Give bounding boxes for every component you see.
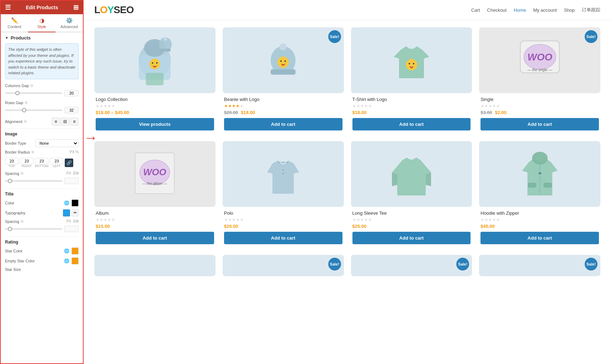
title-color-controls: 🌐 xyxy=(64,199,79,207)
tab-content[interactable]: ✏️ Content xyxy=(1,14,28,32)
br-bottom-input[interactable] xyxy=(35,158,48,164)
title-typography-label: Typography xyxy=(5,211,25,215)
image-spacing-value[interactable] xyxy=(64,178,79,184)
product-image-partial-4: Sale! xyxy=(479,255,600,276)
px-unit-label[interactable]: PX xyxy=(67,171,71,175)
br-left-group: LEFT xyxy=(50,158,63,168)
title-spacing-slider[interactable] xyxy=(5,228,62,230)
products-section-title: Products xyxy=(11,35,31,41)
columns-gap-slider[interactable] xyxy=(5,92,62,94)
em-unit-label[interactable]: EM xyxy=(73,171,79,175)
star-size-row: Star Size xyxy=(5,267,79,272)
content-icon: ✏️ xyxy=(11,17,18,24)
title-typography-controls: 🌐 ✏ xyxy=(63,209,79,216)
hoodie-zip-svg xyxy=(520,151,559,197)
columns-gap-value[interactable] xyxy=(64,90,79,96)
br-left-input[interactable] xyxy=(50,158,63,164)
left-panel: ☰ Edit Products ⊞ ✏️ Content ◑ Style ⚙️ … xyxy=(0,0,84,364)
nav-shop[interactable]: Shop xyxy=(564,7,575,13)
title-spacing-info-icon: ⊙ xyxy=(21,219,23,223)
star-rating-album: ★★★★★ xyxy=(96,217,214,222)
image-spacing-slider-container xyxy=(5,178,79,184)
product-card-longsleeve: Long Sleeve Tee ★★★★★ $25.00 Add to cart xyxy=(351,141,472,248)
nav-orders[interactable]: 订单跟踪 xyxy=(582,7,600,13)
image-spacing-thumb[interactable] xyxy=(8,179,12,183)
nav-home[interactable]: Home xyxy=(514,7,526,13)
nav-cart[interactable]: Cart xyxy=(471,7,480,13)
product-name-single: Single xyxy=(480,97,599,102)
star-color-label: Star Color xyxy=(5,249,23,253)
align-left-btn[interactable]: ≡ xyxy=(52,118,60,125)
border-type-select[interactable]: None Solid Dashed xyxy=(36,139,79,147)
br-right-input[interactable] xyxy=(20,158,33,164)
site-logo: LOYSEO xyxy=(94,4,134,16)
br-top-input[interactable] xyxy=(5,158,18,164)
nav-links: Cart Checkout Home My account Shop 订单跟踪 xyxy=(471,7,600,13)
product-image-partial-3: Sale! xyxy=(351,255,472,276)
title-spacing-value[interactable] xyxy=(64,226,79,232)
product-info-polo: Polo ★★★★★ $20.00 Add to cart xyxy=(223,207,344,248)
tab-style[interactable]: ◑ Style xyxy=(28,14,55,32)
star-color-swatch[interactable] xyxy=(71,247,79,255)
add-to-cart-beanie[interactable]: Add to cart xyxy=(224,118,342,130)
empty-star-color-swatch[interactable] xyxy=(71,257,79,264)
title-color-globe-icon[interactable]: 🌐 xyxy=(64,200,69,205)
add-to-cart-polo[interactable]: Add to cart xyxy=(224,232,342,244)
svg-rect-34 xyxy=(538,172,541,174)
tab-content-label: Content xyxy=(7,25,21,29)
border-radius-unit: PX % xyxy=(70,150,79,154)
product-info-logo-collection: Logo Collection ★★★★★ $18.00 – $45.00 Vi… xyxy=(94,93,216,134)
image-spacing-slider[interactable] xyxy=(5,180,62,182)
rows-gap-slider[interactable] xyxy=(5,109,62,111)
title-spacing-thumb[interactable] xyxy=(8,227,12,231)
title-em-label[interactable]: EM xyxy=(73,219,79,223)
star-color-controls: 🌐 xyxy=(64,247,79,255)
star-rating-logo-collection: ★★★★★ xyxy=(96,103,214,108)
typography-globe-btn[interactable]: 🌐 xyxy=(63,209,70,216)
typography-edit-btn[interactable]: ✏ xyxy=(71,209,79,216)
panel-title: Edit Products xyxy=(26,5,58,10)
svg-point-4 xyxy=(152,62,153,64)
add-to-cart-longsleeve[interactable]: Add to cart xyxy=(352,232,471,244)
columns-gap-thumb[interactable] xyxy=(15,91,20,95)
title-section-label: Title xyxy=(5,192,79,197)
svg-point-31 xyxy=(282,173,284,174)
empty-star-globe-icon[interactable]: 🌐 xyxy=(64,258,69,263)
product-price-polo: $20.00 xyxy=(224,224,342,229)
product-price-album: $15.00 xyxy=(96,224,214,229)
rows-gap-value[interactable] xyxy=(64,107,79,113)
nav-myaccount[interactable]: My account xyxy=(533,7,557,13)
alignment-info-icon: ⊙ xyxy=(24,119,27,123)
info-text: The style of this widget is often affect… xyxy=(8,47,75,75)
nav-checkout[interactable]: Checkout xyxy=(487,7,507,13)
tab-advanced[interactable]: ⚙️ Advanced xyxy=(55,14,83,32)
title-spacing-row: Spacing ⊙ PX EM xyxy=(5,219,79,224)
product-name-hoodie-zip: Hoodie with Zipper xyxy=(480,210,599,216)
empty-star-color-row: Empty Star Color 🌐 xyxy=(5,257,79,264)
rows-gap-thumb[interactable] xyxy=(22,108,26,112)
title-px-label[interactable]: PX xyxy=(67,219,71,223)
product-image-logo-collection xyxy=(94,27,216,93)
hamburger-icon[interactable]: ☰ xyxy=(5,4,11,11)
product-price-logo-collection: $18.00 – $45.00 xyxy=(96,110,214,115)
view-products-btn[interactable]: View products xyxy=(96,118,214,130)
grid-icon[interactable]: ⊞ xyxy=(73,4,79,11)
site-nav: LOYSEO Cart Checkout Home My account Sho… xyxy=(84,0,611,20)
border-radius-row: Border Radius ⊙ PX % xyxy=(5,150,79,154)
product-info-hoodie-zip: Hoodie with Zipper ★★★★★ $45.00 Add to c… xyxy=(479,207,600,248)
add-to-cart-tshirt[interactable]: Add to cart xyxy=(352,118,471,130)
add-to-cart-album[interactable]: Add to cart xyxy=(96,232,214,244)
br-link-btn[interactable]: 🔗 xyxy=(65,159,73,167)
align-right-btn[interactable]: ≡ xyxy=(70,118,79,125)
products-section-header[interactable]: ▼ Products xyxy=(5,35,79,41)
svg-point-16 xyxy=(285,60,286,62)
sale-badge-partial-4: Sale! xyxy=(585,258,597,271)
woo-album-svg: WOO — the album — xyxy=(133,151,176,197)
star-color-globe-icon[interactable]: 🌐 xyxy=(64,248,69,253)
add-to-cart-single[interactable]: Add to cart xyxy=(480,118,599,130)
product-name-logo-collection: Logo Collection xyxy=(96,97,214,102)
br-left-label: LEFT xyxy=(53,164,60,168)
title-color-swatch[interactable] xyxy=(71,199,79,207)
align-center-btn[interactable]: ⊟ xyxy=(61,118,69,125)
add-to-cart-hoodie-zip[interactable]: Add to cart xyxy=(480,232,599,244)
